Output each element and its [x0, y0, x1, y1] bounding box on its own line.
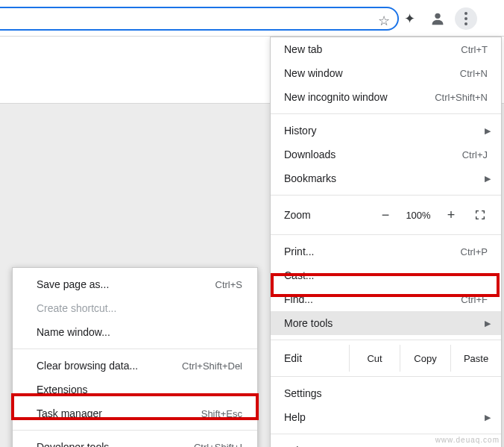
submenu-developer-tools[interactable]: Developer tools Ctrl+Shift+I	[13, 435, 257, 447]
chrome-main-menu: New tab Ctrl+T New window Ctrl+N New inc…	[270, 37, 502, 447]
zoom-label: Zoom	[284, 209, 371, 221]
menu-more-tools[interactable]: More tools ▶	[271, 311, 501, 335]
fullscreen-button[interactable]	[465, 209, 495, 221]
menu-new-tab[interactable]: New tab Ctrl+T	[271, 37, 501, 61]
menu-shortcut: Ctrl+T	[461, 44, 488, 55]
submenu-create-shortcut: Create shortcut...	[13, 296, 257, 320]
chrome-menu-icon[interactable]	[455, 7, 477, 30]
omnibox[interactable]: ☆	[0, 7, 399, 31]
browser-top-bar: ☆ ✦	[0, 0, 504, 37]
menu-downloads[interactable]: Downloads Ctrl+J	[271, 143, 501, 166]
more-tools-submenu: Save page as... Ctrl+S Create shortcut..…	[12, 267, 258, 447]
svg-point-0	[435, 13, 440, 19]
menu-new-incognito[interactable]: New incognito window Ctrl+Shift+N	[271, 85, 501, 109]
menu-separator	[271, 195, 501, 196]
bookmark-star-icon[interactable]: ☆	[378, 13, 390, 29]
submenu-arrow-icon: ▶	[485, 126, 491, 136]
submenu-arrow-icon: ▶	[485, 413, 491, 422]
menu-print[interactable]: Print... Ctrl+P	[271, 240, 501, 263]
profile-avatar-icon[interactable]	[426, 7, 449, 30]
menu-separator	[271, 234, 501, 235]
menu-separator	[271, 376, 501, 377]
menu-settings[interactable]: Settings	[271, 381, 501, 405]
submenu-arrow-icon: ▶	[485, 319, 491, 328]
submenu-clear-data[interactable]: Clear browsing data... Ctrl+Shift+Del	[13, 354, 257, 378]
menu-separator	[271, 113, 501, 114]
menu-history[interactable]: History ▶	[271, 119, 501, 143]
watermark-text: www.deuaq.com	[435, 436, 500, 444]
submenu-extensions[interactable]: Extensions	[13, 378, 257, 401]
edit-label: Edit	[284, 352, 349, 364]
menu-bookmarks[interactable]: Bookmarks ▶	[271, 166, 501, 190]
menu-cast[interactable]: Cast...	[271, 263, 501, 287]
menu-new-window[interactable]: New window Ctrl+N	[271, 61, 501, 85]
menu-paste[interactable]: Paste	[450, 345, 501, 372]
menu-label: New tab	[284, 43, 461, 55]
menu-edit-row: Edit Cut Copy Paste	[271, 345, 501, 372]
menu-separator	[271, 340, 501, 340]
menu-cut[interactable]: Cut	[349, 345, 400, 372]
submenu-task-manager[interactable]: Task manager Shift+Esc	[13, 401, 257, 425]
menu-help[interactable]: Help ▶	[271, 405, 501, 429]
menu-find[interactable]: Find... Ctrl+F	[271, 287, 501, 311]
zoom-in-button[interactable]: +	[437, 207, 465, 223]
submenu-name-window[interactable]: Name window...	[13, 320, 257, 344]
menu-zoom-row: Zoom − 100% +	[271, 200, 501, 230]
extensions-icon[interactable]: ✦	[398, 7, 420, 30]
submenu-save-page[interactable]: Save page as... Ctrl+S	[13, 272, 257, 296]
menu-separator	[271, 434, 501, 434]
menu-separator	[13, 430, 257, 431]
menu-copy[interactable]: Copy	[400, 345, 450, 372]
zoom-percent: 100%	[400, 210, 437, 221]
zoom-out-button[interactable]: −	[371, 207, 400, 223]
menu-separator	[13, 348, 257, 349]
submenu-arrow-icon: ▶	[485, 174, 491, 184]
